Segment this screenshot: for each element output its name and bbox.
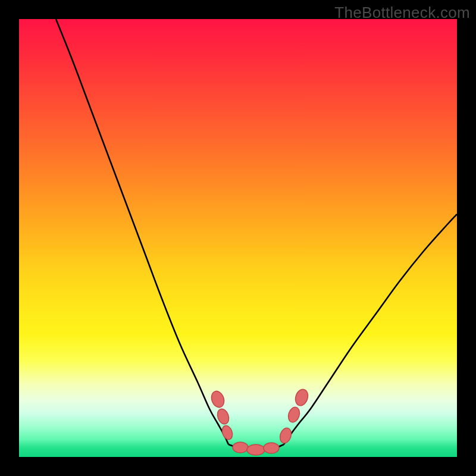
plot-area [19, 19, 457, 457]
curve-marker [264, 443, 279, 453]
curve-right [284, 214, 457, 444]
curve-marker [286, 406, 301, 424]
curve-marker [278, 427, 293, 444]
curve-left [56, 19, 228, 444]
curve-marker [293, 388, 310, 408]
curve-layer [19, 19, 457, 457]
curve-markers [209, 388, 310, 455]
watermark-text: TheBottleneck.com [334, 4, 470, 22]
curve-marker [209, 389, 226, 409]
curve-marker [247, 444, 265, 455]
curve-marker [220, 424, 234, 441]
chart-frame: TheBottleneck.com [0, 0, 476, 476]
curve-marker [233, 442, 248, 453]
